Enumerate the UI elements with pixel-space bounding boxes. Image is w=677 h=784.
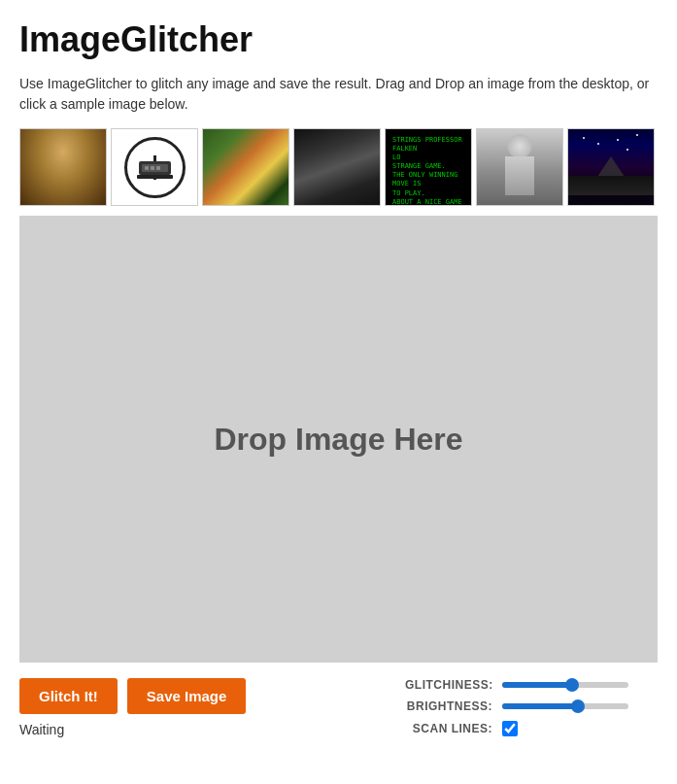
brightness-track[interactable]: [502, 703, 628, 709]
status-text: Waiting: [19, 722, 246, 737]
sample-thumb-7[interactable]: [567, 128, 655, 206]
brightness-thumb[interactable]: [571, 699, 585, 713]
sample-thumb-2[interactable]: [111, 128, 198, 206]
svg-rect-5: [145, 166, 149, 170]
scan-lines-checkbox[interactable]: [502, 721, 518, 736]
sample-thumb-4[interactable]: [293, 128, 381, 206]
sample-thumb-6[interactable]: [476, 128, 563, 206]
left-controls: Glitch It! Save Image Waiting: [19, 678, 246, 737]
brightness-row: BRIGHTNESS:: [405, 699, 658, 713]
sample-thumb-3[interactable]: [202, 128, 289, 206]
typewriter-icon: [123, 136, 186, 199]
sliders-panel: GLITCHINESS: BRIGHTNESS: SCAN LINES:: [405, 678, 658, 736]
drop-zone[interactable]: Drop Image Here: [19, 216, 658, 663]
scan-lines-label: SCAN LINES:: [405, 722, 492, 735]
scan-lines-row: SCAN LINES:: [405, 721, 658, 736]
sample-images-row: STRINGS PROFESSOR FALKENLOSTRANGE GAME.T…: [19, 128, 658, 206]
svg-rect-8: [137, 175, 173, 179]
wargames-text: STRINGS PROFESSOR FALKENLOSTRANGE GAME.T…: [389, 132, 468, 206]
glitchiness-thumb[interactable]: [565, 678, 579, 692]
sample-thumb-1[interactable]: [19, 128, 107, 206]
action-buttons: Glitch It! Save Image: [19, 678, 246, 714]
glitchiness-row: GLITCHINESS:: [405, 678, 658, 692]
save-button[interactable]: Save Image: [127, 678, 247, 714]
app-title: ImageGlitcher: [19, 19, 658, 60]
glitchiness-fill: [502, 682, 572, 688]
glitchiness-track[interactable]: [502, 682, 628, 688]
controls-row: Glitch It! Save Image Waiting GLITCHINES…: [19, 678, 658, 737]
brightness-fill: [502, 703, 578, 709]
svg-rect-6: [151, 166, 154, 170]
brightness-label: BRIGHTNESS:: [405, 699, 492, 713]
glitch-button[interactable]: Glitch It!: [19, 678, 118, 714]
sample-thumb-5[interactable]: STRINGS PROFESSOR FALKENLOSTRANGE GAME.T…: [385, 128, 472, 206]
app-description: Use ImageGlitcher to glitch any image an…: [19, 74, 658, 115]
glitchiness-label: GLITCHINESS:: [405, 678, 492, 692]
drop-zone-text: Drop Image Here: [214, 422, 462, 458]
svg-rect-7: [156, 166, 160, 170]
